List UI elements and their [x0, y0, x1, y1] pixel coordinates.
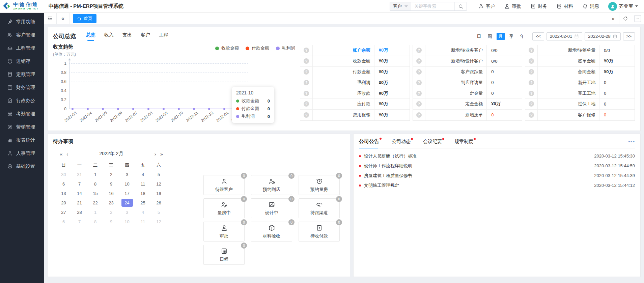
sidebar-item-常用功能[interactable]: 常用功能: [0, 15, 44, 28]
period-button-日[interactable]: 日: [475, 33, 483, 40]
calendar-day[interactable]: 17: [119, 189, 135, 198]
help-icon[interactable]: ?: [416, 58, 422, 64]
legend-item-毛利润[interactable]: 毛利润: [276, 45, 295, 51]
announcement-tab-公司公告[interactable]: 公司公告: [359, 138, 382, 145]
calendar-day[interactable]: 27: [56, 207, 72, 217]
help-icon[interactable]: ?: [529, 48, 534, 53]
calendar-day[interactable]: 1: [87, 170, 103, 179]
help-icon[interactable]: ?: [304, 101, 309, 107]
task-button-预约量房[interactable]: 预约量房0: [299, 175, 340, 195]
calendar-day[interactable]: 7: [72, 217, 87, 226]
help-icon[interactable]: ?: [416, 69, 422, 75]
announcement-item[interactable]: 房屋建筑工程质量保修书2020-03-12 15:44:39: [359, 171, 635, 180]
refresh-button[interactable]: [619, 13, 631, 24]
help-icon[interactable]: ?: [304, 80, 309, 85]
help-icon[interactable]: ?: [529, 101, 534, 107]
task-button-待跟客户[interactable]: 待跟客户0: [203, 175, 245, 195]
help-icon[interactable]: ?: [416, 80, 422, 85]
calendar-day[interactable]: 4: [135, 170, 151, 179]
help-icon[interactable]: ?: [529, 69, 534, 75]
period-button-年[interactable]: 年: [518, 33, 526, 40]
calendar-day[interactable]: 6: [56, 217, 72, 226]
help-icon[interactable]: ?: [304, 58, 309, 64]
quick-link-客户[interactable]: 客户: [478, 3, 495, 9]
task-button-量房中[interactable]: 量房中0: [203, 198, 245, 218]
overview-tab-支出[interactable]: 支出: [122, 32, 132, 40]
announcement-item[interactable]: 设计人员薪酬（试行）标准2020-03-12 15:45:30: [359, 151, 635, 161]
sidebar-item-考勤管理[interactable]: 考勤管理: [0, 107, 44, 120]
sidebar-item-定额管理[interactable]: 定额管理: [0, 68, 44, 81]
calendar-day[interactable]: 13: [56, 189, 72, 198]
calendar-day[interactable]: 6: [56, 179, 72, 189]
calendar-day[interactable]: 24: [119, 198, 135, 207]
task-button-预约到店[interactable]: 预约到店0: [251, 175, 292, 195]
sidebar-item-报表统计[interactable]: 报表统计: [0, 134, 44, 147]
task-button-设计中[interactable]: 设计中0: [251, 198, 292, 218]
user-menu[interactable]: 齐亚宝: [608, 2, 638, 11]
date-to-picker[interactable]: 2022-02-28: [585, 32, 621, 40]
sidebar-item-财务管理[interactable]: 财务管理: [0, 81, 44, 94]
tab-actions-button[interactable]: [634, 15, 641, 22]
period-button-月[interactable]: 月: [497, 33, 505, 40]
calendar-day[interactable]: 1: [87, 207, 103, 217]
announcement-item[interactable]: 设计师工作流程详细说明2020-03-12 15:44:59: [359, 161, 635, 171]
collapse-menu-button[interactable]: [44, 13, 57, 24]
calendar-day[interactable]: 15: [87, 189, 103, 198]
calendar-prev-year-button[interactable]: «: [58, 151, 64, 157]
sidebar-item-工程管理[interactable]: 工程管理: [0, 41, 44, 55]
help-icon[interactable]: ?: [304, 48, 309, 53]
announcement-tab-会议纪要[interactable]: 会议纪要: [423, 139, 444, 145]
help-icon[interactable]: ?: [529, 91, 534, 96]
sidebar-item-营销管理[interactable]: 营销管理: [0, 120, 44, 134]
calendar-prev-month-button[interactable]: ‹: [64, 151, 70, 157]
period-button-周[interactable]: 周: [486, 33, 494, 40]
scroll-tabs-left-button[interactable]: «: [57, 13, 69, 24]
search-category-select[interactable]: 客户: [390, 2, 411, 10]
calendar-day[interactable]: 25: [135, 198, 151, 207]
help-icon[interactable]: ?: [416, 91, 422, 96]
calendar-day[interactable]: 2: [103, 170, 119, 179]
help-icon[interactable]: ?: [416, 112, 422, 118]
calendar-day[interactable]: 3: [119, 170, 135, 179]
help-icon[interactable]: ?: [304, 112, 309, 118]
quick-link-消息[interactable]: 消息: [582, 3, 599, 9]
calendar-day[interactable]: 9: [103, 217, 119, 226]
sidebar-item-行政办公[interactable]: 行政办公: [0, 94, 44, 107]
quick-link-审批[interactable]: 审批: [504, 3, 521, 9]
calendar-day[interactable]: 12: [151, 217, 167, 226]
more-button[interactable]: •••: [628, 140, 635, 143]
help-icon[interactable]: ?: [529, 112, 534, 118]
task-button-材料验收[interactable]: 材料验收0: [251, 222, 292, 242]
help-icon[interactable]: ?: [416, 48, 422, 53]
task-button-日程[interactable]: 日程0: [203, 245, 245, 265]
calendar-next-month-button[interactable]: ›: [152, 151, 158, 157]
sidebar-item-客户管理[interactable]: 客户管理: [0, 28, 44, 41]
calendar-day[interactable]: 30: [56, 170, 72, 179]
scroll-tabs-right-button[interactable]: »: [607, 13, 619, 24]
calendar-day[interactable]: 20: [56, 198, 72, 207]
tab-home[interactable]: 首页: [73, 14, 96, 23]
help-icon[interactable]: ?: [304, 91, 309, 96]
calendar-day[interactable]: 22: [87, 198, 103, 207]
calendar-day[interactable]: 7: [72, 179, 87, 189]
search-input[interactable]: [411, 2, 454, 10]
calendar-day[interactable]: 23: [103, 198, 119, 207]
announcement-tab-公司动态[interactable]: 公司动态: [392, 139, 413, 145]
calendar-day[interactable]: 4: [135, 207, 151, 217]
task-button-审批[interactable]: 审批0: [203, 222, 245, 242]
help-icon[interactable]: ?: [416, 101, 422, 107]
calendar-day[interactable]: 26: [151, 198, 167, 207]
help-icon[interactable]: ?: [304, 69, 309, 75]
sidebar-item-进销存[interactable]: 进销存: [0, 55, 44, 68]
calendar-day[interactable]: 16: [103, 189, 119, 198]
calendar-day[interactable]: 28: [72, 207, 87, 217]
calendar-day[interactable]: 3: [119, 207, 135, 217]
calendar-day[interactable]: 19: [151, 189, 167, 198]
sidebar-item-人事管理[interactable]: 人事管理: [0, 147, 44, 160]
sidebar-item-基础设置[interactable]: 基础设置: [0, 160, 44, 173]
announcement-item[interactable]: 文明施工管理规定2020-03-12 15:44:12: [359, 180, 635, 190]
help-icon[interactable]: ?: [529, 58, 534, 64]
next-period-button[interactable]: >>: [623, 32, 635, 40]
search-button[interactable]: [454, 2, 467, 10]
calendar-day[interactable]: 14: [72, 189, 87, 198]
